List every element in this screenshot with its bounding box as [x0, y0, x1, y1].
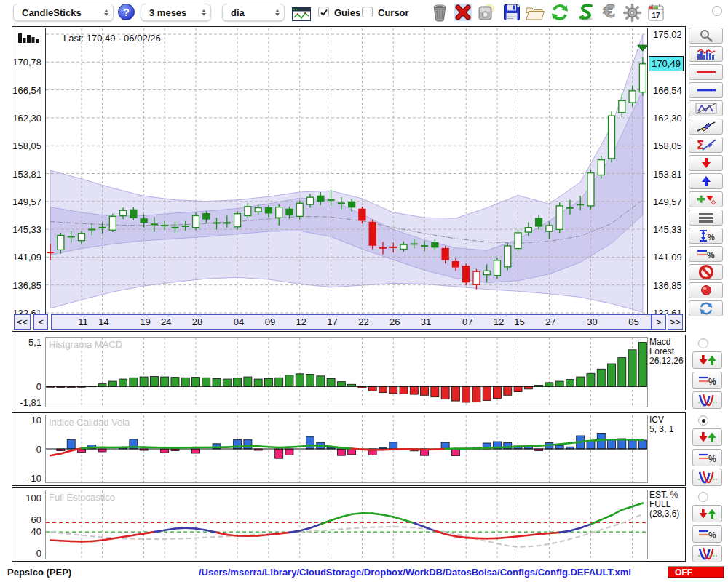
- price-tick-label: 145,33: [12, 224, 41, 235]
- cursor-checkbox[interactable]: [362, 7, 373, 17]
- chart-type-select[interactable]: CandleSticks: [13, 4, 114, 21]
- date-tick-label: 26: [385, 316, 404, 327]
- icv-legend-line: ICV: [649, 415, 664, 425]
- indicator-chart-button[interactable]: [689, 46, 723, 62]
- stochastic-lines-percent-button[interactable]: %: [692, 525, 722, 543]
- off-button[interactable]: OFF: [668, 566, 724, 578]
- last-price-tag: 170,49: [649, 56, 684, 71]
- stochastic-axis: 10060400: [12, 488, 44, 559]
- price-tick-label: 149,57: [653, 196, 682, 207]
- toolbar-radio[interactable]: [712, 6, 722, 16]
- radio-dot: [702, 419, 705, 423]
- icv-select-radio[interactable]: [698, 415, 708, 426]
- stepper-icon: [275, 9, 280, 16]
- record-button[interactable]: [689, 282, 723, 298]
- calendar-icon[interactable]: 17: [646, 2, 666, 23]
- gear-icon[interactable]: [622, 2, 642, 23]
- icv-plot[interactable]: [45, 415, 648, 486]
- stochastic-legend-line: EST. %: [649, 490, 678, 500]
- interval-select[interactable]: dia: [222, 4, 285, 21]
- svg-text:%: %: [708, 233, 715, 242]
- refresh-icon[interactable]: [550, 2, 570, 23]
- macd-plot[interactable]: [45, 337, 648, 410]
- cursor-label: Cursor: [378, 7, 409, 18]
- zigzag-draw-button[interactable]: [689, 100, 723, 116]
- zoom-tool-button[interactable]: [689, 28, 723, 44]
- arrow-up-marker-button[interactable]: [689, 173, 723, 189]
- stochastic-select-radio[interactable]: [698, 492, 708, 502]
- vertical-range-percent-button[interactable]: %: [689, 228, 723, 244]
- macd-arrows-button[interactable]: [692, 351, 722, 369]
- macd-select-radio[interactable]: [698, 338, 708, 348]
- nav-fast-back-button[interactable]: <<: [14, 314, 31, 330]
- stochastic-legend-line: (28,3,6): [649, 509, 679, 519]
- save-icon[interactable]: [502, 2, 522, 23]
- guies-checkbox[interactable]: [318, 7, 329, 17]
- date-tick-label: 12: [292, 316, 311, 327]
- euro-icon[interactable]: €: [599, 2, 620, 23]
- indicator-tick-label: 40: [31, 526, 41, 537]
- sigma-draw-button[interactable]: Σ: [689, 137, 723, 153]
- open-folder-icon[interactable]: [525, 2, 545, 23]
- help-label: ?: [123, 7, 130, 18]
- date-tick-label: 04: [229, 316, 248, 327]
- price-axis-left: 170,78166,54162,30158,05153,81149,57145,…: [12, 27, 44, 314]
- mini-chart-window-icon[interactable]: [291, 4, 312, 24]
- snapshot-icon[interactable]: [476, 2, 496, 23]
- sync-icon[interactable]: [576, 2, 596, 23]
- macd-panel: Histgrama MACD 5,10-1,81 Macd Forest 26,…: [12, 335, 686, 410]
- arrow-down-marker-button[interactable]: [689, 155, 723, 171]
- price-tick-label: 166,54: [653, 85, 682, 96]
- date-tick-label: 14: [95, 316, 114, 327]
- stepper-icon: [104, 9, 108, 16]
- nav-forward-button[interactable]: >: [652, 314, 666, 330]
- period-select[interactable]: 3 meses: [141, 4, 211, 21]
- price-tick-label: 149,57: [12, 196, 41, 207]
- date-tick-label: 31: [416, 316, 435, 327]
- stochastic-arrows-button[interactable]: [692, 505, 722, 522]
- date-tick-label: 11: [74, 316, 92, 327]
- lines-percent-button[interactable]: %: [689, 246, 723, 262]
- macd-title: Histgrama MACD: [49, 339, 122, 350]
- stock-chart-app: CandleSticks ? 3 meses dia Guies Cursor …: [0, 0, 728, 582]
- trendline-draw-button[interactable]: [689, 119, 723, 135]
- date-tick-label: 09: [261, 316, 280, 327]
- price-tick-label: 153,81: [12, 169, 41, 180]
- disable-tool-button[interactable]: [689, 264, 723, 280]
- nav-fast-forward-button[interactable]: >>: [668, 314, 683, 330]
- indicator-tick-label: 100: [25, 493, 41, 503]
- price-tick-label: 170,78: [12, 57, 41, 68]
- date-tick-label: 24: [157, 316, 175, 327]
- price-tick-label: 166,54: [12, 85, 41, 96]
- indicator-tick-label: 5,1: [28, 337, 41, 348]
- price-tick-label: 162,30: [653, 113, 682, 124]
- main-chart-plot[interactable]: [45, 28, 648, 318]
- macd-lines-percent-button[interactable]: %: [692, 372, 722, 389]
- interval-value: dia: [231, 7, 245, 18]
- date-axis-strip[interactable]: 111419242804091217222631071215273005: [51, 314, 652, 330]
- date-tick-label: 22: [354, 316, 373, 327]
- price-tick-label: 162,30: [12, 113, 41, 124]
- icv-lines-percent-button[interactable]: %: [692, 449, 722, 466]
- reload-button[interactable]: [689, 300, 723, 316]
- svg-text:%: %: [708, 530, 716, 541]
- macd-curve-button[interactable]: [692, 391, 722, 409]
- add-signal-marker-button[interactable]: [689, 191, 723, 207]
- stochastic-curve-button[interactable]: [692, 545, 722, 562]
- stochastic-legend-line: FULL: [649, 499, 670, 509]
- config-path-link[interactable]: /Users/mserra/Library/CloudStorage/Dropb…: [175, 567, 655, 578]
- price-tick-label: 153,81: [653, 169, 682, 180]
- trash-icon[interactable]: [430, 2, 450, 23]
- nav-back-button[interactable]: <: [33, 314, 48, 330]
- red-hline-button[interactable]: [689, 64, 723, 80]
- stochastic-plot[interactable]: [45, 490, 648, 562]
- delete-x-icon[interactable]: [453, 2, 473, 23]
- macd-axis: 5,10-1,81: [12, 335, 44, 408]
- levels-list-button[interactable]: [689, 210, 723, 226]
- icv-curve-button[interactable]: [692, 469, 722, 486]
- help-button[interactable]: ?: [118, 4, 135, 20]
- blue-hline-button[interactable]: [689, 82, 723, 98]
- price-tick-label: 158,05: [653, 140, 682, 151]
- indicator-tick-label: 0: [36, 548, 41, 559]
- icv-arrows-button[interactable]: [692, 428, 722, 446]
